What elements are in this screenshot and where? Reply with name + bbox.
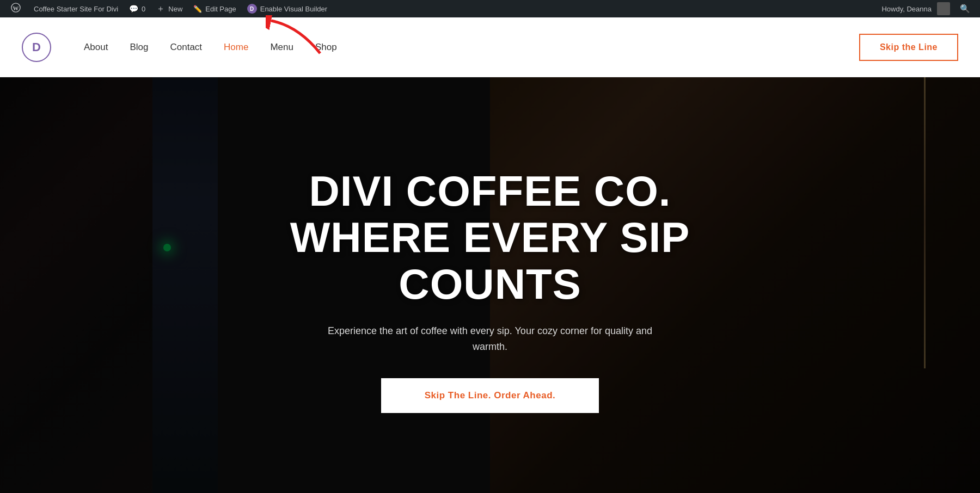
- site-name-item[interactable]: Coffee Starter Site For Divi: [28, 0, 124, 17]
- nav-menu[interactable]: Menu: [270, 42, 293, 53]
- comments-count: 0: [142, 5, 145, 13]
- hero-title: DIVI COFFEE CO. WHERE EVERY SIP COUNTS: [245, 168, 735, 308]
- new-icon: ＋: [156, 3, 165, 15]
- howdy-label: Howdy, Deanna: [881, 5, 932, 13]
- site-logo[interactable]: D: [22, 33, 51, 62]
- comment-icon: 💬: [129, 4, 138, 13]
- edit-page-item[interactable]: ✏️ Edit Page: [188, 0, 241, 17]
- edit-page-label: Edit Page: [205, 5, 236, 13]
- nav-blog[interactable]: Blog: [130, 42, 148, 53]
- edit-icon: ✏️: [193, 5, 202, 13]
- hero-cta-button[interactable]: Skip The Line. Order Ahead.: [381, 378, 599, 413]
- nav-about[interactable]: About: [84, 42, 108, 53]
- wp-logo-icon: W: [11, 3, 21, 15]
- enable-vb-item[interactable]: D Enable Visual Builder: [242, 0, 333, 17]
- svg-text:W: W: [13, 4, 19, 11]
- search-icon[interactable]: 🔍: [955, 4, 975, 14]
- new-item[interactable]: ＋ New: [151, 0, 188, 17]
- hero-subtitle: Experience the art of coffee with every …: [321, 323, 659, 355]
- divi-icon: D: [247, 4, 257, 14]
- header-cta-button[interactable]: Skip the Line: [859, 34, 958, 61]
- site-title: Coffee Starter Site For Divi: [34, 5, 118, 13]
- nav-home[interactable]: Home: [224, 42, 248, 53]
- new-label: New: [168, 5, 182, 13]
- comments-item[interactable]: 💬 0: [124, 0, 151, 17]
- logo-circle: D: [22, 33, 51, 62]
- admin-bar: W Coffee Starter Site For Divi 💬 0 ＋ New…: [0, 0, 980, 17]
- site-nav: About Blog Contact Home Menu Shop: [84, 42, 859, 53]
- admin-bar-items: W Coffee Starter Site For Divi 💬 0 ＋ New…: [5, 0, 881, 17]
- nav-shop[interactable]: Shop: [315, 42, 337, 53]
- nav-contact[interactable]: Contact: [170, 42, 202, 53]
- site-header: D About Blog Contact Home Menu Shop Skip…: [0, 17, 980, 77]
- hero-content: DIVI COFFEE CO. WHERE EVERY SIP COUNTS E…: [0, 88, 980, 493]
- user-avatar: [937, 2, 950, 15]
- enable-vb-label: Enable Visual Builder: [260, 5, 327, 13]
- admin-bar-right: Howdy, Deanna 🔍: [881, 2, 975, 15]
- hero-section: DIVI COFFEE CO. WHERE EVERY SIP COUNTS E…: [0, 77, 980, 493]
- wp-logo-item[interactable]: W: [5, 0, 28, 17]
